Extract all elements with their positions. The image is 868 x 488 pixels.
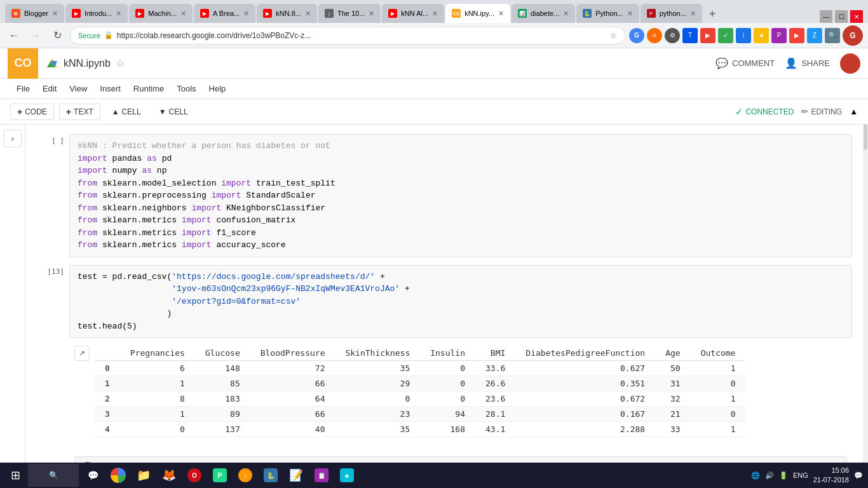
table-cell-data: 33 bbox=[655, 422, 690, 437]
ext-icon-3[interactable]: ⚙ bbox=[665, 28, 680, 43]
share-button[interactable]: 👤 SHARE bbox=[785, 57, 830, 69]
close-button[interactable]: ✕ bbox=[850, 10, 863, 23]
header-actions: 💬 COMMENT 👤 SHARE bbox=[715, 53, 860, 74]
taskbar-search[interactable]: 🔍 bbox=[28, 464, 79, 487]
taskbar-dart[interactable]: ◈ bbox=[336, 464, 358, 487]
tab-the10-close[interactable]: ✕ bbox=[369, 10, 374, 18]
editing-badge[interactable]: ✏ EDITING bbox=[801, 107, 842, 116]
tab-introd-close[interactable]: ✕ bbox=[116, 10, 121, 18]
tab-python2[interactable]: P python... ✕ bbox=[641, 4, 702, 23]
bookmark-icon[interactable]: ☆ bbox=[610, 31, 617, 40]
tab-python1[interactable]: 🐍 Python... ✕ bbox=[576, 4, 639, 23]
tab-diabetes-close[interactable]: ✕ bbox=[563, 10, 569, 18]
user-avatar-browser[interactable]: G bbox=[843, 25, 863, 46]
taskbar-clock: 15:06 21-07-2018 bbox=[813, 466, 849, 485]
tab-introd[interactable]: ▶ Introdu... ✕ bbox=[65, 4, 128, 23]
tab-python2-close[interactable]: ✕ bbox=[690, 10, 696, 18]
menu-insert[interactable]: Insert bbox=[93, 81, 127, 96]
maximize-button[interactable]: ☐ bbox=[835, 10, 848, 23]
ext-icon-8[interactable]: ★ bbox=[754, 28, 769, 43]
ext-icon-7[interactable]: i bbox=[736, 28, 751, 43]
menu-help[interactable]: Help bbox=[203, 81, 233, 96]
ext-icon-5[interactable]: ▶ bbox=[700, 28, 715, 43]
taskbar-firefox[interactable]: 🦊 bbox=[158, 464, 180, 487]
ext-icon-1[interactable]: G bbox=[629, 28, 644, 43]
chevron-up-icon[interactable]: ▲ bbox=[850, 107, 858, 116]
menu-file[interactable]: File bbox=[10, 81, 36, 96]
menu-edit[interactable]: Edit bbox=[36, 81, 63, 96]
tab-abreak[interactable]: ▶ A Brea... ✕ bbox=[194, 4, 255, 23]
add-code-button[interactable]: + CODE bbox=[10, 104, 54, 120]
ext-icon-6[interactable]: ✓ bbox=[718, 28, 733, 43]
tab-diabetes[interactable]: 📊 diabete... ✕ bbox=[512, 4, 575, 23]
cell-up-button[interactable]: ▲ CELL bbox=[105, 105, 147, 119]
menu-view[interactable]: View bbox=[63, 81, 93, 96]
add-text-button[interactable]: + TEXT bbox=[59, 104, 100, 120]
minimize-button[interactable]: — bbox=[820, 10, 832, 23]
tab-knnipynb[interactable]: CO kNN.ipy... ✕ bbox=[445, 4, 510, 23]
taskbar-chrome[interactable] bbox=[107, 464, 130, 487]
back-button[interactable]: ← bbox=[5, 27, 23, 44]
notebook-content[interactable]: [ ] #kNN : Predict whether a person has … bbox=[25, 125, 863, 488]
taskbar-task-view[interactable]: 💬 bbox=[81, 464, 104, 487]
taskbar-battery-icon: 🔋 bbox=[779, 471, 788, 480]
tab-machin-close[interactable]: ✕ bbox=[180, 10, 186, 18]
ext-icon-10[interactable]: ▶ bbox=[789, 28, 804, 43]
table-row: 28183640023.60.672321 bbox=[95, 391, 745, 407]
col-header-glucose: Glucose bbox=[195, 346, 250, 361]
taskbar-clipper[interactable]: 📋 bbox=[310, 464, 333, 487]
taskbar-python[interactable]: 🐍 bbox=[259, 464, 282, 487]
refresh-button[interactable]: ↻ bbox=[48, 27, 66, 44]
taskbar-pycharm[interactable]: P bbox=[208, 464, 231, 487]
tab-python1-close[interactable]: ✕ bbox=[627, 10, 633, 18]
menu-runtime[interactable]: Runtime bbox=[127, 81, 170, 96]
tab-knn8-close[interactable]: ✕ bbox=[305, 10, 311, 18]
cell-1-code[interactable]: #kNN : Predict whether a person has diab… bbox=[69, 134, 852, 257]
address-bar[interactable]: Secure 🔒 https://colab.research.google.c… bbox=[70, 27, 625, 44]
tab-knn8[interactable]: ▶ kNN.8... ✕ bbox=[257, 4, 317, 23]
main-container: › [ ] #kNN : Predict whether a person ha… bbox=[0, 125, 868, 488]
taskbar-notification-icon[interactable]: 💬 bbox=[854, 471, 863, 480]
cell-2-code[interactable]: test = pd.read_csv('https://docs.google.… bbox=[69, 265, 852, 339]
tab-blogger[interactable]: B Blogger ✕ bbox=[5, 4, 64, 23]
sidebar-toggle[interactable]: › bbox=[4, 130, 22, 147]
tab-machin[interactable]: ▶ Machin... ✕ bbox=[129, 4, 193, 23]
ext-icon-9[interactable]: P bbox=[771, 28, 787, 43]
scrollbar-thumb[interactable] bbox=[864, 125, 867, 150]
tab-the10[interactable]: | The 10... ✕ bbox=[318, 4, 381, 23]
col-header-dpf: DiabetesPedigreeFunction bbox=[515, 346, 655, 361]
star-icon[interactable]: ☆ bbox=[116, 57, 125, 69]
tab-knnai[interactable]: ▶ kNN Al... ✕ bbox=[382, 4, 444, 23]
cell-2[interactable]: [13] test = pd.read_csv('https://docs.go… bbox=[31, 262, 858, 446]
menu-tools[interactable]: Tools bbox=[170, 81, 202, 96]
ext-icon-12[interactable]: 🔍 bbox=[825, 28, 840, 43]
taskbar-clementine[interactable]: ♪ bbox=[234, 464, 257, 487]
taskbar-explorer[interactable]: 📁 bbox=[132, 464, 155, 487]
table-cell-data: 28.1 bbox=[475, 407, 515, 422]
taskbar-opera[interactable]: O bbox=[183, 464, 206, 487]
start-button[interactable]: ⊞ bbox=[5, 465, 25, 485]
pencil-icon: ✏ bbox=[801, 107, 808, 116]
output-expander[interactable]: ↗ bbox=[74, 346, 90, 361]
cell-1[interactable]: [ ] #kNN : Predict whether a person has … bbox=[31, 131, 858, 261]
menu-bar: File Edit View Insert Runtime Tools Help bbox=[0, 79, 868, 99]
tab-knnai-close[interactable]: ✕ bbox=[432, 10, 438, 18]
comment-button[interactable]: 💬 COMMENT bbox=[715, 57, 775, 69]
arrow-down-icon: ▼ bbox=[159, 107, 166, 116]
comment-label: COMMENT bbox=[732, 58, 775, 68]
tab-knnipynb-close[interactable]: ✕ bbox=[498, 10, 504, 18]
user-avatar[interactable] bbox=[840, 53, 860, 74]
ext-icon-2[interactable]: ≡ bbox=[647, 28, 662, 43]
table-cell-data: 0.351 bbox=[515, 376, 655, 391]
ext-icon-4[interactable]: T bbox=[682, 28, 698, 43]
ext-icon-11[interactable]: Z bbox=[807, 28, 822, 43]
new-tab-button[interactable]: + bbox=[703, 5, 721, 23]
forward-button[interactable]: → bbox=[27, 27, 44, 44]
scrollbar-track[interactable] bbox=[863, 125, 868, 488]
taskbar-notepad[interactable]: 📝 bbox=[285, 464, 308, 487]
cell-down-button[interactable]: ▼ CELL bbox=[153, 105, 194, 119]
tab-knnipynb-label: kNN.ipy... bbox=[465, 10, 494, 17]
clock-time: 15:06 bbox=[813, 466, 849, 475]
tab-blogger-close[interactable]: ✕ bbox=[52, 10, 58, 18]
tab-abreak-close[interactable]: ✕ bbox=[243, 10, 249, 18]
